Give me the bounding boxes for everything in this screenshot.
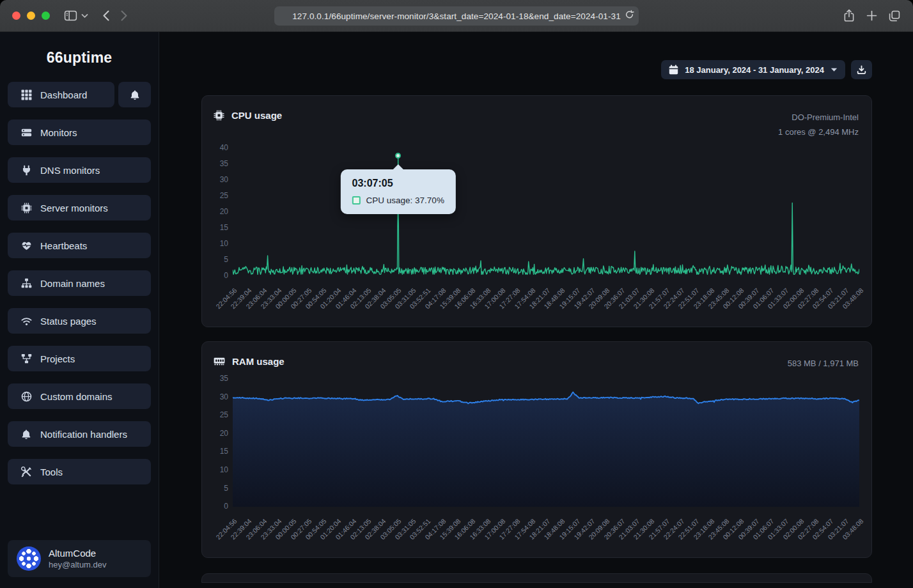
sidebar-item-status-pages[interactable]: Status pages (8, 308, 151, 334)
sidebar-row: Domain names (8, 270, 151, 296)
sidebar-item-dashboard[interactable]: Dashboard (8, 82, 114, 107)
sidebar-item-dns-monitors[interactable]: DNS monitors (8, 157, 151, 183)
server-plan-label: DO-Premium-Intel (778, 110, 859, 125)
chart-tooltip: 03:07:05CPU usage: 37.70% (341, 169, 456, 214)
sidebar-item-label: Dashboard (40, 89, 87, 100)
wifi-icon (21, 316, 32, 327)
x-axis: 22:04:5622:39:0423:06:0423:33:0400:00:05… (233, 511, 859, 553)
y-tick-label: 25 (220, 410, 228, 419)
sidebar-row: Dashboard (8, 82, 151, 107)
main-content: 18 January, 2024 - 31 January, 2024 (159, 32, 913, 588)
export-download-button[interactable] (851, 60, 872, 79)
x-axis: 22:04:5622:39:0423:06:0423:33:0400:00:05… (233, 281, 859, 323)
sitemap-icon (21, 278, 32, 289)
series-line (233, 155, 859, 274)
sidebar-item-label: Domain names (40, 278, 105, 289)
sidebar-item-heartbeats[interactable]: Heartbeats (8, 233, 151, 258)
minimize-window-button[interactable] (27, 12, 35, 20)
tooltip-time: 03:07:05 (352, 178, 444, 189)
sidebar-item-custom-domains[interactable]: Custom domains (8, 383, 151, 409)
server-info: DO-Premium-Intel 1 cores @ 2,494 MHz (778, 110, 859, 140)
y-tick-label: 5 (224, 255, 228, 264)
series-legend-marker (352, 196, 361, 205)
browser-chrome: 127.0.0.1/66uptime/server-monitor/3&star… (0, 0, 913, 32)
sidebar-item-label: Tools (40, 467, 63, 477)
sidebar-item-label: Notification handlers (40, 429, 127, 440)
share-icon[interactable] (843, 9, 855, 22)
heart-icon (21, 240, 32, 251)
sidebar-nav: DashboardMonitorsDNS monitorsServer moni… (0, 82, 159, 497)
y-tick-label: 0 (224, 271, 228, 280)
sidebar-row: Projects (8, 346, 151, 371)
y-tick-label: 35 (220, 374, 228, 383)
y-tick-label: 15 (220, 223, 228, 232)
traffic-lights (12, 12, 50, 20)
reload-icon[interactable] (625, 10, 634, 21)
ram-usage-card: RAM usage 583 MB / 1,971 MB 353025201510… (201, 341, 872, 558)
ram-total-label: 583 MB / 1,971 MB (788, 356, 859, 371)
sidebar-item-domain-names[interactable]: Domain names (8, 270, 151, 296)
sidebar-item-projects[interactable]: Projects (8, 346, 151, 371)
y-tick-label: 20 (220, 207, 228, 216)
sidebar-item-label: Status pages (40, 316, 97, 327)
sidebar: 66uptime DashboardMonitorsDNS monitorsSe… (0, 32, 159, 588)
sidebar-row: Monitors (8, 120, 151, 145)
cpu-usage-chart: 403530252015105003:07:05CPU usage: 37.70… (214, 145, 859, 323)
chevron-down-icon[interactable] (81, 13, 88, 19)
sidebar-toggle-icon[interactable] (64, 10, 77, 22)
project-icon (21, 353, 32, 364)
close-window-button[interactable] (12, 12, 20, 20)
y-tick-label: 15 (220, 447, 228, 456)
sidebar-item-label: Server monitors (40, 203, 108, 213)
date-range-picker[interactable]: 18 January, 2024 - 31 January, 2024 (661, 60, 845, 79)
sidebar-row: Server monitors (8, 195, 151, 220)
forward-button[interactable] (120, 10, 129, 22)
cpu-card-header: CPU usage DO-Premium-Intel 1 cores @ 2,4… (214, 110, 859, 140)
account-email: hey@altum.dev (49, 560, 107, 569)
sidebar-item-label: Heartbeats (40, 240, 87, 251)
plug-icon (21, 165, 32, 176)
tools-icon (21, 467, 32, 477)
address-bar[interactable]: 127.0.0.1/66uptime/server-monitor/3&star… (274, 6, 639, 26)
sidebar-item-tools[interactable]: Tools (8, 459, 151, 484)
tab-overview-icon[interactable] (889, 10, 900, 22)
ram-card-header: RAM usage 583 MB / 1,971 MB (214, 356, 859, 371)
toolbar: 18 January, 2024 - 31 January, 2024 (201, 60, 872, 79)
grid-icon (21, 89, 32, 100)
y-tick-label: 20 (220, 429, 228, 438)
app-logo: 66uptime (0, 49, 159, 66)
sidebar-item-label: DNS monitors (40, 165, 100, 176)
sidebar-row: Heartbeats (8, 233, 151, 258)
ram-usage-plot-area[interactable] (233, 376, 859, 511)
sidebar-item-notification-handlers[interactable]: Notification handlers (8, 421, 151, 447)
y-tick-label: 30 (220, 175, 228, 184)
y-tick-label: 0 (224, 502, 228, 511)
ram-usage-chart: 3530252015105022:04:5622:39:0423:06:0423… (214, 376, 859, 553)
y-tick-label: 25 (220, 191, 228, 200)
sidebar-item-label: Monitors (40, 127, 77, 138)
sidebar-row: DNS monitors (8, 157, 151, 183)
sidebar-item-monitors[interactable]: Monitors (8, 120, 151, 145)
y-tick-label: 35 (220, 159, 228, 168)
y-tick-label: 40 (220, 143, 228, 152)
caret-down-icon (831, 68, 838, 72)
avatar (17, 546, 41, 571)
sidebar-item-server-monitors[interactable]: Server monitors (8, 195, 151, 220)
cpu-usage-card: CPU usage DO-Premium-Intel 1 cores @ 2,4… (201, 95, 872, 327)
account-card[interactable]: AltumCode hey@altum.dev (8, 540, 151, 577)
zoom-window-button[interactable] (42, 12, 50, 20)
calendar-icon (669, 65, 678, 75)
y-tick-label: 10 (220, 465, 228, 474)
y-tick-label: 5 (224, 484, 228, 493)
notifications-bell-button[interactable] (118, 82, 151, 107)
account-name: AltumCode (49, 548, 107, 559)
card-title-label: CPU usage (231, 110, 282, 121)
next-card-partial (201, 573, 872, 583)
y-tick-label: 10 (220, 239, 228, 248)
tooltip-value: CPU usage: 37.70% (366, 196, 444, 205)
new-tab-plus-icon[interactable] (866, 10, 877, 21)
date-range-label: 18 January, 2024 - 31 January, 2024 (685, 65, 824, 75)
back-button[interactable] (102, 10, 110, 22)
memory-icon (214, 356, 225, 366)
cpu-usage-plot-area[interactable] (233, 145, 859, 281)
